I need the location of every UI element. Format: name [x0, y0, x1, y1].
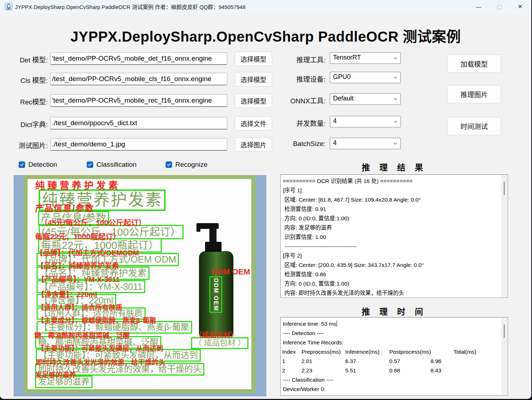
bottle-odm-label: ODM OEM	[213, 278, 219, 311]
bottle-pump-collar	[205, 242, 222, 252]
infer-device-value: GPU0	[333, 73, 351, 81]
ocr-overlay-text: 即时持久改善头发光泽的效果，给干燥的头	[36, 359, 165, 367]
timing-scrollbar[interactable]	[501, 318, 507, 395]
ocr-overlay-text: 【品牌】：代加工方式/OEMODM	[36, 249, 139, 257]
test-image-label: 测试图片:	[12, 140, 48, 150]
timing-table-header: Index Preprocess(ms) Inference(ms) Postp…	[281, 347, 508, 357]
app-icon	[5, 3, 12, 10]
classification-checkbox-label: Classification	[96, 161, 137, 169]
classification-checkbox[interactable]: Classification	[87, 161, 137, 169]
ocr-overlay-text: （成品包材）	[195, 331, 238, 339]
concurrency-select[interactable]: 4	[330, 116, 401, 127]
cls-model-input[interactable]	[50, 73, 227, 85]
ocr-overlay-text: ODM OEM	[212, 268, 250, 276]
close-icon: ✕	[518, 3, 522, 10]
results-scrollbar[interactable]	[501, 175, 507, 297]
det-model-input[interactable]	[50, 52, 227, 65]
timing-line: ---- Detection ----	[281, 329, 508, 338]
app-window: JYPPX.DeploySharp.OpenCvSharp PaddleOCR …	[0, 0, 531, 399]
result-line: 识别置信度: 1.00	[281, 232, 508, 242]
det-model-label: Det 模型:	[12, 55, 48, 64]
ocr-overlay-text: 【品名】：纯臻营养护发素	[37, 262, 119, 270]
result-line: 区域: Center: [81.8, 467.7] Size: 109.4x20…	[281, 195, 508, 204]
titlebar: JYPPX.DeploySharp.OpenCvSharp PaddleOCR …	[0, 0, 531, 13]
bottle-pump-stem	[209, 228, 217, 243]
ocr-detection-box: ODM OEM	[209, 276, 222, 313]
ocr-overlay-text: 【净含量】：220ml	[37, 291, 97, 298]
load-model-button[interactable]: 加载模型	[447, 55, 501, 73]
infer-device-select[interactable]: GPU0	[330, 72, 401, 83]
concurrency-value: 4	[333, 117, 337, 125]
ocr-overlay-text: 糖、椰油酰胺丙基甜菜碱、泛醒	[34, 332, 130, 340]
timing-table-row: 2 2.23 5.51 0.68 8.43	[281, 366, 508, 375]
checkbox-checked-icon	[87, 161, 93, 168]
ocr-overlay-text: 【适用人群】：适合所有肤质	[37, 304, 123, 312]
onnx-tool-label: ONNX工具:	[280, 95, 326, 105]
timing-title: 推 理 时 间	[280, 305, 508, 317]
results-title: 推 理 结 果	[280, 161, 508, 173]
checkbox-checked-icon	[166, 161, 172, 168]
ocr-overlay-text: 【主要功能】：可紧致头发磷层，从而达到	[37, 345, 163, 353]
timing-table-row: 1 2.01 6.37 0.57 8.96	[281, 357, 508, 366]
timing-scrollbar-thumb[interactable]	[504, 324, 505, 338]
ocr-overlay-text: 发足够的滋养	[35, 372, 76, 379]
result-line: 内容: 发足够的滋养	[281, 223, 508, 232]
cls-model-label: Cls 模型:	[12, 75, 48, 85]
select-image-button[interactable]: 选择图片	[235, 137, 272, 152]
recognize-checkbox-label: Recognize	[175, 161, 208, 169]
result-line: 检测置信度: 0.86	[281, 270, 508, 279]
ocr-overlay-text: （45元/每公斤，100公斤起订）	[40, 218, 146, 227]
result-line: ---------------------------------------	[281, 242, 508, 251]
infer-image-button[interactable]: 推理图片	[447, 85, 501, 103]
result-line: 方向: 0 (ID:0, 置信度:1.00)	[281, 214, 508, 223]
infer-tool-label: 推理工具:	[280, 55, 326, 64]
minimize-icon: —	[476, 4, 481, 10]
close-button[interactable]: ✕	[512, 0, 528, 13]
infer-tool-value: TensorRT	[333, 54, 361, 61]
ocr-overlay-text: 【产品编号】：YM-X-3011	[37, 276, 120, 283]
detection-checkbox[interactable]: Detection	[19, 161, 57, 169]
concurrency-label: 并发数量:	[280, 118, 326, 128]
maximize-icon: ▢	[497, 4, 502, 10]
chevron-down-icon	[393, 141, 398, 146]
chevron-down-icon	[393, 119, 398, 124]
window-title: JYPPX.DeploySharp.OpenCvSharp PaddleOCR …	[15, 3, 246, 10]
timing-line: Inference Time Records:	[281, 338, 508, 347]
dict-input[interactable]	[50, 117, 227, 130]
ocr-overlay-text: 纯臻营养护发素	[35, 181, 120, 192]
select-rec-model-button[interactable]: 选择模型	[235, 94, 272, 108]
minimize-button[interactable]: —	[470, 0, 487, 13]
select-cls-model-button[interactable]: 选择模型	[235, 72, 272, 86]
onnx-tool-select[interactable]: Default	[330, 93, 401, 105]
recognize-checkbox[interactable]: Recognize	[166, 161, 208, 169]
chevron-down-icon	[393, 97, 398, 101]
result-line: [序号 1]	[281, 186, 508, 195]
rec-model-label: Rec模型:	[12, 97, 48, 106]
ocr-overlay-text: 产品信息/参数	[35, 204, 94, 213]
text-caret	[337, 321, 337, 327]
maximize-button[interactable]: ▢	[491, 0, 508, 13]
timing-line: ---- Classification ----	[281, 375, 508, 385]
chevron-down-icon	[393, 75, 398, 80]
ocr-overlay-text: 每瓶22元，1000瓶起订）	[35, 232, 120, 241]
image-preview: 纯臻营养护发素 纯臻营养护发素 产品信息/参数 产品信息/参数 （45元/每公斤…	[14, 175, 266, 396]
ocr-overlay-text: 【主要成分】：鲸蜡硬脂醇、燕麦β-葡聚	[37, 317, 156, 325]
results-scrollbar-thumb[interactable]	[504, 182, 505, 195]
timing-line: Inference time: 53 ms	[281, 319, 508, 329]
page-title: JYPPX.DeploySharp.OpenCvSharp PaddleOCR …	[0, 25, 531, 46]
timing-textarea[interactable]: Inference time: 53 ms ---- Detection ---…	[280, 317, 508, 396]
test-image-input[interactable]	[50, 138, 227, 151]
detection-checkbox-label: Detection	[28, 161, 57, 169]
select-dict-button[interactable]: 选择文件	[235, 116, 272, 131]
select-det-model-button[interactable]: 选择模型	[235, 52, 272, 66]
infer-tool-select[interactable]: TensorRT	[330, 52, 401, 64]
timing-line: Device/Worker 0:	[281, 385, 508, 394]
rec-model-input[interactable]	[50, 94, 227, 107]
result-line: [序号 2]	[281, 251, 508, 260]
results-textarea[interactable]: ========== OCR 识别结果 (共 16 处) ==========[…	[280, 174, 508, 298]
batchsize-value: 4	[333, 139, 337, 147]
result-line: 检测置信度: 0.91	[281, 204, 508, 214]
onnx-tool-value: Default	[333, 95, 353, 102]
time-test-button[interactable]: 时间测试	[447, 117, 501, 135]
batchsize-select[interactable]: 4	[330, 138, 401, 149]
